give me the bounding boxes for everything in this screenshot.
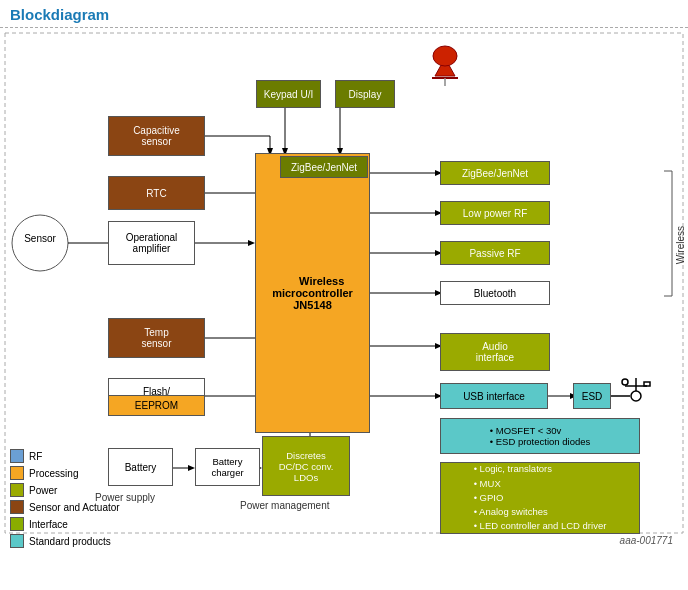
legend-sensor: Sensor and Actuator: [10, 500, 120, 514]
page-title: Blockdiagram: [0, 0, 688, 28]
bluetooth-block: Bluetooth: [440, 281, 550, 305]
audio-interface-block: Audio interface: [440, 333, 550, 371]
temp-sensor-block: Temp sensor: [108, 318, 205, 358]
zigbee-out-block: ZigBee/JenNet: [440, 161, 550, 185]
wireless-mc-block: Wireless microcontroller JN5148: [255, 153, 370, 433]
esd-block: ESD: [573, 383, 611, 409]
power-management-label: Power management: [240, 500, 330, 511]
svg-marker-45: [188, 465, 195, 471]
passive-rf-block: Passive RF: [440, 241, 550, 265]
wireless-label: Wireless: [675, 226, 686, 264]
power-mgmt-block: Discretes DC/DC conv. LDOs: [262, 436, 350, 496]
svg-point-54: [433, 46, 457, 66]
display-block: Display: [335, 80, 395, 108]
legend-processing: Processing: [10, 466, 120, 480]
legend-sensor-box: [10, 500, 24, 514]
usb-interface-block: USB interface: [440, 383, 548, 409]
legend-interface-box: [10, 517, 24, 531]
legend-standard: Standard products: [10, 534, 120, 548]
legend: RF Processing Power Sensor and Actuator …: [10, 449, 120, 548]
svg-marker-5: [248, 240, 255, 246]
legend-power-box: [10, 483, 24, 497]
diagram-area: Keypad U/I Display Capacitive sensor RTC…: [0, 28, 688, 558]
ref-number: aaa-001771: [620, 535, 673, 546]
op-amp-block: Operational amplifier: [108, 221, 195, 265]
zigbee-mc-label: ZigBee/JenNet: [280, 156, 368, 178]
svg-point-32: [631, 391, 641, 401]
battery-charger-block: Battery charger: [195, 448, 260, 486]
svg-point-35: [622, 379, 628, 385]
svg-marker-51: [435, 58, 455, 76]
legend-rf-box: [10, 449, 24, 463]
rtc-block: RTC: [108, 176, 205, 210]
legend-standard-box: [10, 534, 24, 548]
legend-interface: Interface: [10, 517, 120, 531]
flash-orange: EEPROM: [108, 395, 205, 416]
sensor-label: Sensor: [20, 233, 60, 244]
legend-rf: RF: [10, 449, 120, 463]
legend-processing-box: [10, 466, 24, 480]
capacitive-sensor-block: Capacitive sensor: [108, 116, 205, 156]
keypad-block: Keypad U/I: [256, 80, 321, 108]
logic-info-block: • Logic, translators • MUX • GPIO • Anal…: [440, 462, 640, 534]
mosfet-info-block: • MOSFET < 30v • ESD protection diodes: [440, 418, 640, 454]
legend-power: Power: [10, 483, 120, 497]
low-power-rf-block: Low power RF: [440, 201, 550, 225]
svg-rect-36: [644, 382, 650, 386]
